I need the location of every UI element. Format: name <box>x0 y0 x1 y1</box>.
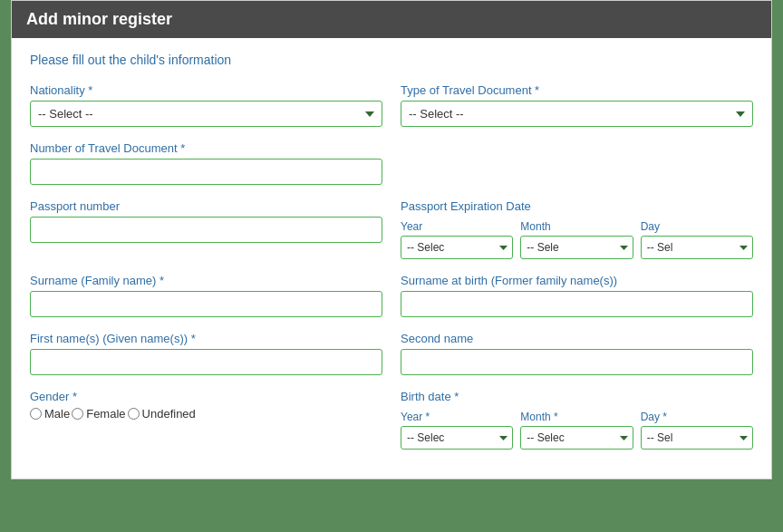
form-row-5: First name(s) (Given name(s)) * Second n… <box>30 332 753 375</box>
travel-doc-number-label: Number of Travel Document * <box>30 141 382 155</box>
modal-overlay: Add minor register Please fill out the c… <box>0 0 783 532</box>
birth-year-select[interactable]: -- Selec <box>401 426 513 450</box>
expiry-year-col: Year -- Selec <box>401 220 513 259</box>
passport-expiry-group: Year -- Selec Month -- Sele <box>401 220 753 259</box>
expiry-month-select[interactable]: -- Sele <box>520 236 633 259</box>
passport-number-input[interactable] <box>30 217 382 243</box>
expiry-day-label: Day <box>641 220 660 233</box>
nationality-col: Nationality * -- Select -- <box>30 83 382 127</box>
surname-birth-label: Surname at birth (Former family name(s)) <box>401 274 753 287</box>
first-name-col: First name(s) (Given name(s)) * <box>30 332 382 375</box>
birth-date-label: Birth date * <box>401 390 753 403</box>
passport-number-label: Passport number <box>30 199 382 213</box>
gender-col: Gender * Male Female Undefined <box>30 390 382 450</box>
surname-col: Surname (Family name) * <box>30 274 382 317</box>
modal-container: Add minor register Please fill out the c… <box>11 0 772 479</box>
gender-female-label[interactable]: Female <box>72 407 125 421</box>
travel-doc-type-label: Type of Travel Document * <box>401 83 753 97</box>
surname-label: Surname (Family name) * <box>30 274 382 287</box>
expiry-day-select[interactable]: -- Sel <box>641 236 753 259</box>
surname-birth-col: Surname at birth (Former family name(s)) <box>401 274 753 317</box>
passport-number-col: Passport number <box>30 199 382 259</box>
nationality-select[interactable]: -- Select -- <box>30 101 382 127</box>
gender-undefined-text: Undefined <box>142 407 196 421</box>
gender-male-text: Male <box>44 407 70 421</box>
surname-birth-input[interactable] <box>401 291 753 317</box>
travel-doc-type-select[interactable]: -- Select -- <box>401 101 753 127</box>
second-name-input[interactable] <box>401 349 753 375</box>
birth-day-label: Day * <box>641 411 753 423</box>
travel-doc-number-col: Number of Travel Document * <box>30 141 382 185</box>
expiry-month-col: Month -- Sele <box>520 220 633 259</box>
form-row-2: Number of Travel Document * <box>30 141 753 185</box>
form-subtitle: Please fill out the child's information <box>30 53 753 67</box>
gender-female-radio[interactable] <box>72 408 83 420</box>
empty-col-2 <box>401 141 753 185</box>
modal-body: Please fill out the child's information … <box>12 38 771 479</box>
expiry-day-col: Day -- Sel <box>641 220 753 259</box>
birth-date-col: Birth date * Year * -- Selec Month * -- … <box>401 390 753 450</box>
birth-day-select[interactable]: -- Sel <box>641 426 753 450</box>
birth-year-label: Year * <box>401 411 513 423</box>
birth-date-group: Year * -- Selec Month * -- Selec <box>401 411 753 450</box>
expiry-month-label: Month <box>520 220 550 233</box>
travel-doc-type-col: Type of Travel Document * -- Select -- <box>401 83 753 127</box>
modal-title: Add minor register <box>26 10 757 29</box>
modal-header: Add minor register <box>12 1 771 38</box>
gender-undefined-radio[interactable] <box>128 408 140 420</box>
form-row-1: Nationality * -- Select -- Type of Trave… <box>30 83 753 127</box>
form-row-4: Surname (Family name) * Surname at birth… <box>30 274 753 317</box>
birth-month-label: Month * <box>520 411 633 423</box>
birth-year-col: Year * -- Selec <box>401 411 513 450</box>
first-name-input[interactable] <box>30 349 382 375</box>
gender-male-label[interactable]: Male <box>30 407 70 421</box>
first-name-label: First name(s) (Given name(s)) * <box>30 332 382 345</box>
birth-day-col: Day * -- Sel <box>641 411 753 450</box>
gender-label: Gender * <box>30 390 382 403</box>
nationality-label: Nationality * <box>30 83 382 97</box>
expiry-year-select[interactable]: -- Selec <box>401 236 513 259</box>
gender-male-radio[interactable] <box>30 408 42 420</box>
second-name-col: Second name <box>401 332 753 375</box>
birth-month-col: Month * -- Selec <box>520 411 633 450</box>
gender-options: Male Female Undefined <box>30 407 382 421</box>
expiry-year-label: Year <box>401 220 422 233</box>
surname-input[interactable] <box>30 291 382 317</box>
passport-expiry-col: Passport Expiration Date Year -- Selec M… <box>401 199 753 259</box>
gender-undefined-label[interactable]: Undefined <box>128 407 196 421</box>
form-row-3: Passport number Passport Expiration Date… <box>30 199 753 259</box>
travel-doc-number-input[interactable] <box>30 159 382 185</box>
birth-month-select[interactable]: -- Selec <box>520 426 633 450</box>
gender-female-text: Female <box>86 407 125 421</box>
passport-expiry-label: Passport Expiration Date <box>401 199 753 213</box>
form-row-6: Gender * Male Female Undefined <box>30 390 753 450</box>
second-name-label: Second name <box>401 332 753 345</box>
